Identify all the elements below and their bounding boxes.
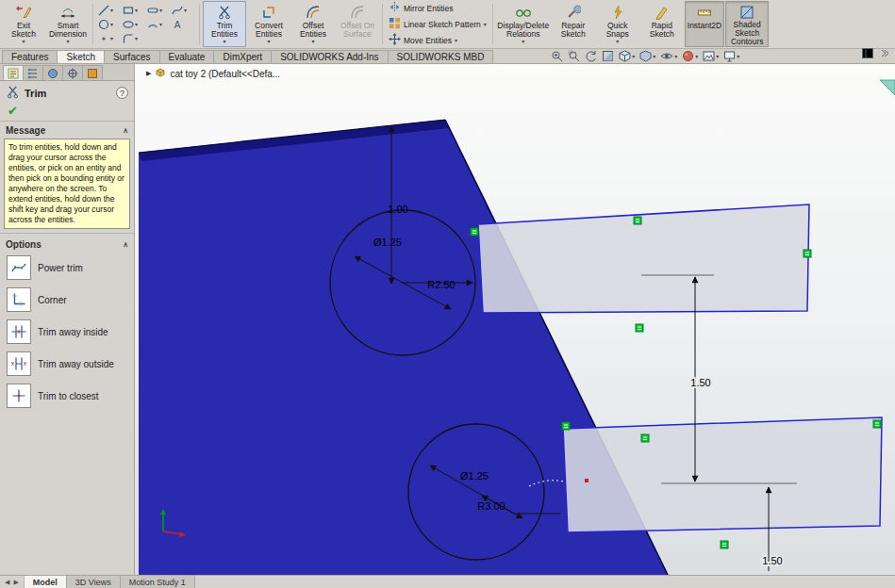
chevron-up-icon[interactable]: ∧ <box>123 126 128 135</box>
fillet-tool-button[interactable]: ▾ <box>123 31 145 45</box>
relation-marker[interactable] <box>804 250 811 257</box>
view-settings-icon[interactable]: ▾ <box>723 50 739 62</box>
arc-tool-button[interactable]: ▾ <box>147 17 170 31</box>
chevron-down-icon[interactable]: ▾ <box>484 22 487 27</box>
appearances-tab[interactable] <box>82 65 103 80</box>
propertymanager-tab[interactable] <box>3 65 24 80</box>
offset-entities-button[interactable]: Offset Entities ▾ <box>291 1 335 47</box>
option-corner[interactable]: Corner <box>0 284 134 316</box>
chevron-down-icon[interactable]: ▾ <box>110 8 113 13</box>
chevron-down-icon[interactable]: ▾ <box>135 22 138 27</box>
chevron-down-icon[interactable]: ▾ <box>716 54 719 59</box>
tab-model[interactable]: Model <box>25 576 67 588</box>
chevron-down-icon[interactable]: ▾ <box>110 22 113 27</box>
collapse-pane-icon[interactable] <box>879 45 889 62</box>
zoom-to-fit-icon[interactable] <box>551 50 563 62</box>
chevron-down-icon[interactable]: ▾ <box>159 22 162 27</box>
linear-sketch-pattern-button[interactable]: Linear Sketch Pattern ▾ <box>389 17 487 31</box>
tab-3d-views[interactable]: 3D Views <box>67 576 121 588</box>
dim-tab-gap-label[interactable]: 1.50 <box>690 377 710 388</box>
display-delete-relations-button[interactable]: Display/Delete Relations ▾ <box>496 1 551 47</box>
relation-marker[interactable] <box>562 422 570 430</box>
spline-tool-button[interactable]: ▾ <box>172 3 194 17</box>
tab-sketch[interactable]: Sketch <box>57 50 105 63</box>
option-trim-away-outside[interactable]: Trim away outside <box>0 348 134 380</box>
relation-marker[interactable] <box>636 324 643 332</box>
option-trim-away-inside[interactable]: Trim away inside <box>0 316 134 348</box>
options-section-header[interactable]: Options ∧ <box>0 236 134 252</box>
tab-evaluate[interactable]: Evaluate <box>159 50 215 63</box>
ellipse-tool-button[interactable]: ▾ <box>123 17 145 31</box>
circle-tool-button[interactable]: ▾ <box>98 17 121 31</box>
sketch-viewport[interactable]: 1.00 Ø1.25 R2.50 1.50 Ø1.25 R3.00 1.50 <box>135 64 895 575</box>
chevron-down-icon[interactable]: ▾ <box>737 54 739 59</box>
repair-sketch-button[interactable]: Repair Sketch <box>552 1 595 47</box>
trim-entities-button[interactable]: Trim Entities ▾ <box>203 1 246 47</box>
tab-motion-study-1[interactable]: Motion Study 1 <box>121 576 195 588</box>
rectangle-tool-button[interactable]: ▾ <box>123 3 145 17</box>
relation-marker[interactable] <box>721 541 728 548</box>
text-tool-button[interactable]: A <box>172 17 194 31</box>
graphics-area[interactable]: ▶ cat toy 2 (Default<<Defa... <box>135 64 895 575</box>
relation-marker[interactable] <box>873 420 881 428</box>
slot-tool-button[interactable]: ▾ <box>147 3 170 17</box>
instant2d-button[interactable]: Instant2D <box>685 1 724 47</box>
tab-features[interactable]: Features <box>2 50 58 63</box>
smart-dimension-button[interactable]: Smart Dimension ▾ <box>46 1 90 47</box>
chevron-down-icon[interactable]: ▾ <box>135 36 138 41</box>
chevron-down-icon[interactable]: ▾ <box>695 54 698 59</box>
relation-marker[interactable] <box>641 434 649 442</box>
quick-snaps-button[interactable]: Quick Snaps ▾ <box>596 1 639 47</box>
tab-solidworks-add-ins[interactable]: SOLIDWORKS Add-Ins <box>271 50 388 63</box>
sketch-tab-top[interactable] <box>478 204 809 313</box>
display-style-icon[interactable]: ▾ <box>639 50 655 62</box>
tab-scroll-prev-icon[interactable]: ◀ <box>5 579 9 586</box>
displaymanager-tab[interactable] <box>42 65 63 80</box>
dim-bottom-gap-label[interactable]: 1.50 <box>762 555 782 566</box>
chevron-down-icon[interactable]: ▾ <box>455 38 457 43</box>
chevron-down-icon[interactable]: ▾ <box>135 8 138 13</box>
mirror-entities-button[interactable]: Mirror Entities <box>389 1 487 15</box>
hide-show-items-icon[interactable]: ▾ <box>660 50 677 62</box>
chevron-down-icon[interactable]: ▾ <box>110 36 113 41</box>
dim-bottom-radius-label[interactable]: R3.00 <box>477 500 505 512</box>
relation-marker[interactable] <box>471 228 478 236</box>
dim-top-height-label[interactable]: 1.00 <box>388 204 407 215</box>
tab-dimxpert[interactable]: DimXpert <box>213 50 272 63</box>
apply-scene-icon[interactable]: ▾ <box>703 50 719 62</box>
tab-surfaces[interactable]: Surfaces <box>104 50 159 63</box>
sketch-tab-bottom[interactable] <box>563 417 882 532</box>
dim-top-radius-label[interactable]: R2.50 <box>427 279 455 290</box>
breadcrumb-arrow-icon[interactable]: ▶ <box>146 70 151 77</box>
dimxpertmanager-tab[interactable] <box>62 65 83 80</box>
chevron-down-icon[interactable]: ▾ <box>184 8 187 13</box>
featuremanager-tab[interactable] <box>23 65 43 80</box>
tab-scroll-next-icon[interactable]: ▶ <box>13 579 18 586</box>
line-tool-button[interactable]: ▾ <box>98 3 121 17</box>
chevron-down-icon[interactable]: ▾ <box>159 8 162 13</box>
edit-appearance-icon[interactable]: ▾ <box>682 50 698 62</box>
chevron-down-icon[interactable]: ▾ <box>674 54 677 59</box>
shaded-sketch-contours-button[interactable]: Shaded Sketch Contours <box>725 1 769 47</box>
tab-solidworks-mbd[interactable]: SOLIDWORKS MBD <box>388 50 494 63</box>
move-entities-button[interactable]: Move Entities ▾ <box>389 33 487 47</box>
breadcrumb[interactable]: ▶ cat toy 2 (Default<<Defa... <box>146 67 280 80</box>
chevron-down-icon[interactable]: ▾ <box>632 54 635 59</box>
convert-entities-button[interactable]: Convert Entities ▾ <box>247 1 290 47</box>
rapid-sketch-button[interactable]: Rapid Sketch <box>640 1 684 47</box>
chevron-down-icon[interactable]: ▾ <box>653 54 655 59</box>
help-icon[interactable]: ? <box>116 87 128 99</box>
message-section-header[interactable]: Message ∧ <box>0 122 134 138</box>
previous-view-icon[interactable] <box>585 50 597 62</box>
option-power-trim[interactable]: Power trim <box>0 252 134 284</box>
option-trim-to-closest[interactable]: Trim to closest <box>0 380 134 412</box>
point-tool-button[interactable]: ▾ <box>98 31 121 45</box>
feature-pane-icon[interactable] <box>862 45 873 62</box>
ok-check-icon[interactable]: ✔ <box>0 104 134 122</box>
section-view-icon[interactable] <box>602 50 614 62</box>
dim-bottom-diameter-label[interactable]: Ø1.25 <box>460 470 489 482</box>
chevron-up-icon[interactable]: ∧ <box>123 240 128 249</box>
dim-top-diameter-label[interactable]: Ø1.25 <box>373 237 402 248</box>
exit-sketch-button[interactable]: Exit Sketch ▾ <box>2 1 45 47</box>
relation-marker[interactable] <box>634 217 641 224</box>
